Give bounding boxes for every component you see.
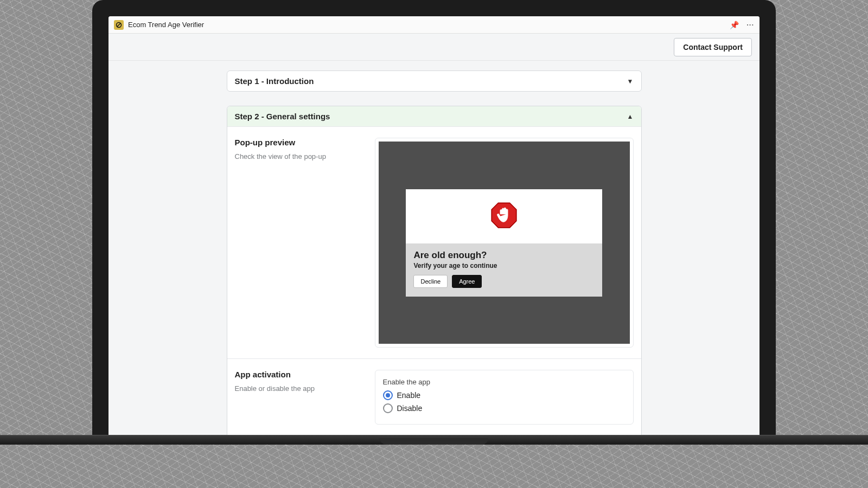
dialog-subtitle: Verify your age to continue (413, 262, 594, 269)
step2-accordion: Step 2 - General settings ▲ Pop-up previ… (227, 106, 642, 445)
decline-button: Decline (413, 275, 448, 288)
agree-button: Agree (452, 275, 482, 288)
laptop-notch (380, 438, 488, 445)
chevron-down-icon: ▼ (627, 78, 634, 85)
dialog-title: Are old enough? (413, 250, 594, 261)
step2-body: Pop-up preview Check the view of the pop… (227, 126, 641, 445)
step2-header[interactable]: Step 2 - General settings ▲ (227, 106, 641, 126)
step1-accordion[interactable]: Step 1 - Introduction ▼ (227, 70, 642, 92)
stop-hand-icon (489, 200, 519, 233)
popup-preview-row: Pop-up preview Check the view of the pop… (227, 127, 641, 359)
step1-title: Step 1 - Introduction (235, 76, 314, 86)
activation-subtext: Enable or disable the app (235, 384, 364, 393)
radio-icon (383, 390, 393, 400)
app-screen: Ecom Trend Age Verifier 📌 ··· Contact Su… (108, 16, 760, 445)
preview-heading: Pop-up preview (235, 138, 364, 147)
radio-disable[interactable]: Disable (383, 403, 626, 413)
svg-line-1 (117, 23, 120, 27)
contact-support-button[interactable]: Contact Support (674, 38, 752, 56)
app-activation-row: App activation Enable or disable the app… (227, 359, 641, 436)
preview-subtext: Check the view of the pop-up (235, 152, 364, 160)
titlebar: Ecom Trend Age Verifier 📌 ··· (108, 16, 760, 34)
laptop-frame: Ecom Trend Age Verifier 📌 ··· Contact Su… (92, 0, 776, 445)
app-icon (114, 20, 124, 30)
preview-dialog: Are old enough? Verify your age to conti… (406, 189, 602, 297)
content-area: Step 1 - Introduction ▼ Step 2 - General… (108, 61, 760, 445)
step2-title: Step 2 - General settings (235, 112, 330, 121)
radio-disable-label: Disable (397, 404, 423, 413)
step1-header[interactable]: Step 1 - Introduction ▼ (227, 71, 641, 91)
chevron-up-icon: ▲ (627, 113, 634, 120)
app-title: Ecom Trend Age Verifier (128, 21, 204, 29)
radio-icon (383, 403, 393, 413)
toolbar: Contact Support (108, 34, 760, 61)
preview-stage: Are old enough? Verify your age to conti… (379, 142, 630, 344)
laptop-base (0, 435, 868, 445)
pin-icon[interactable]: 📌 (730, 21, 739, 29)
more-icon[interactable]: ··· (746, 21, 754, 29)
radio-enable-label: Enable (397, 391, 421, 400)
activation-label: Enable the app (383, 378, 626, 386)
activation-heading: App activation (235, 370, 364, 379)
radio-enable[interactable]: Enable (383, 390, 626, 400)
